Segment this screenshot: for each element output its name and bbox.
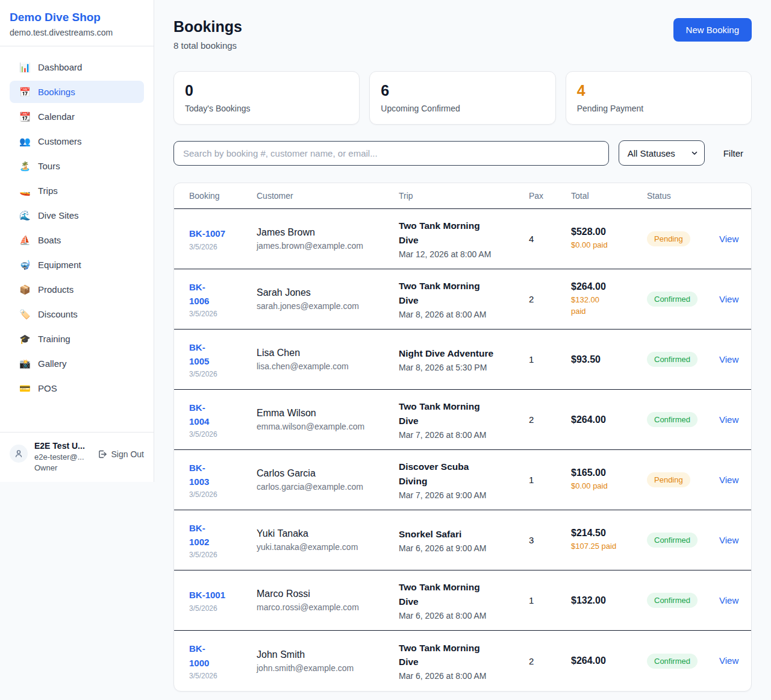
sidebar-item-tours[interactable]: 🏝️ Tours (10, 155, 144, 177)
view-link[interactable]: View (719, 475, 738, 485)
user-role: Owner (34, 463, 85, 472)
chevron-down-icon (691, 149, 698, 157)
tours-icon: 🏝️ (19, 161, 30, 170)
booking-id-link[interactable]: BK- 1004 (189, 401, 209, 429)
filter-button[interactable]: Filter (714, 148, 752, 158)
nav-label: Products (38, 284, 73, 295)
stat-value: 6 (381, 82, 544, 99)
view-link[interactable]: View (719, 595, 738, 605)
dive-sites-icon: 🌊 (19, 211, 30, 220)
booking-date: 3/5/2026 (189, 243, 257, 251)
trip-name: Two Tank Morning Dive (399, 219, 511, 247)
booking-id-link[interactable]: BK- 1000 (189, 642, 209, 670)
status-badge: Confirmed (647, 292, 698, 307)
trip-datetime: Mar 8, 2026 at 8:00 AM (399, 310, 511, 319)
sidebar-item-dashboard[interactable]: 📊 Dashboard (10, 56, 144, 78)
page-title: Bookings (173, 18, 242, 36)
customers-icon: 👥 (19, 137, 30, 146)
sign-out-button[interactable]: Sign Out (98, 449, 144, 459)
customer-email: carlos.garcia@example.com (257, 482, 399, 492)
brand-domain: demo.test.divestreams.com (10, 28, 144, 37)
equipment-icon: 🤿 (19, 260, 30, 269)
booking-date: 3/5/2026 (189, 370, 257, 378)
status-select-value: All Statuses (628, 148, 675, 158)
booking-date: 3/5/2026 (189, 310, 257, 318)
status-badge: Pending (647, 472, 690, 487)
view-link[interactable]: View (719, 354, 738, 364)
view-link[interactable]: View (719, 294, 738, 304)
person-icon (14, 449, 23, 458)
page-header-text: Bookings 8 total bookings (173, 18, 242, 51)
view-link[interactable]: View (719, 655, 738, 666)
trip-datetime: Mar 6, 2026 at 9:00 AM (399, 543, 511, 553)
status-badge: Confirmed (647, 412, 698, 427)
booking-date: 3/5/2026 (189, 604, 257, 613)
sidebar-item-discounts[interactable]: 🏷️ Discounts (10, 303, 144, 325)
status-badge: Confirmed (647, 533, 698, 548)
booking-date: 3/5/2026 (189, 490, 257, 499)
pax-count: 4 (529, 234, 571, 244)
view-link[interactable]: View (719, 414, 738, 425)
table-row: BK- 1004 3/5/2026 Emma Wilson emma.wilso… (174, 390, 751, 450)
sidebar-item-dive-sites[interactable]: 🌊 Dive Sites (10, 204, 144, 227)
nav-label: Equipment (38, 260, 81, 270)
sidebar-item-gallery[interactable]: 📸 Gallery (10, 352, 144, 375)
view-link[interactable]: View (719, 535, 738, 545)
avatar (10, 445, 28, 463)
sidebar-item-trips[interactable]: 🚤 Trips (10, 180, 144, 202)
paid-amount: $0.00 paid (571, 240, 647, 251)
booking-id-link[interactable]: BK- 1002 (189, 521, 209, 549)
column-header-total: Total (571, 191, 647, 201)
sidebar-item-pos[interactable]: 💳 POS (10, 377, 144, 399)
booking-id-link[interactable]: BK- 1006 (189, 280, 209, 308)
sidebar-item-calendar[interactable]: 📆 Calendar (10, 105, 144, 128)
paid-amount: $132.00 paid (571, 295, 647, 317)
status-badge: Confirmed (647, 352, 698, 367)
sidebar-item-equipment[interactable]: 🤿 Equipment (10, 254, 144, 276)
booking-id-link[interactable]: BK- 1005 (189, 340, 209, 369)
sidebar-item-bookings[interactable]: 📅 Bookings (10, 81, 144, 103)
trip-datetime: Mar 6, 2026 at 8:00 AM (399, 611, 511, 620)
nav-label: Tours (38, 161, 60, 171)
booking-date: 3/5/2026 (189, 672, 257, 680)
trip-datetime: Mar 12, 2026 at 8:00 AM (399, 249, 511, 259)
new-booking-button[interactable]: New Booking (673, 18, 752, 42)
table-row: BK- 1003 3/5/2026 Carlos Garcia carlos.g… (174, 450, 751, 510)
products-icon: 📦 (19, 285, 30, 294)
total-amount: $264.00 (571, 414, 647, 425)
total-amount: $264.00 (571, 281, 647, 292)
status-badge: Confirmed (647, 654, 698, 669)
status-select[interactable]: All Statuses (619, 140, 705, 166)
sidebar-item-customers[interactable]: 👥 Customers (10, 130, 144, 152)
sidebar-item-products[interactable]: 📦 Products (10, 278, 144, 301)
nav-label: Discounts (38, 309, 78, 319)
booking-id-link[interactable]: BK-1001 (189, 588, 225, 602)
trip-name: Two Tank Morning Dive (399, 641, 511, 669)
customer-email: yuki.tanaka@example.com (257, 542, 399, 552)
trip-datetime: Mar 6, 2026 at 8:00 AM (399, 671, 511, 681)
page-subtitle: 8 total bookings (173, 40, 242, 51)
customer-name: James Brown (257, 227, 399, 238)
sidebar-item-boats[interactable]: ⛵ Boats (10, 229, 144, 251)
customer-email: john.smith@example.com (257, 663, 399, 673)
calendar-icon: 📆 (19, 112, 30, 121)
total-amount: $165.00 (571, 467, 647, 478)
pax-count: 2 (529, 656, 571, 666)
pax-count: 3 (529, 535, 571, 545)
booking-date: 3/5/2026 (189, 430, 257, 439)
customer-name: Lisa Chen (257, 348, 399, 358)
customer-email: sarah.jones@example.com (257, 301, 399, 311)
pax-count: 1 (529, 475, 571, 485)
view-link[interactable]: View (719, 234, 738, 244)
column-header-trip: Trip (399, 191, 529, 201)
trip-datetime: Mar 7, 2026 at 8:00 AM (399, 430, 511, 440)
booking-id-link[interactable]: BK- 1003 (189, 461, 209, 489)
search-input[interactable] (173, 141, 609, 166)
sidebar: Demo Dive Shop demo.test.divestreams.com… (0, 0, 154, 482)
table-header-row: Booking Customer Trip Pax Total Status (174, 183, 751, 209)
sidebar-item-training[interactable]: 🎓 Training (10, 328, 144, 350)
booking-id-link[interactable]: BK-1007 (189, 227, 225, 240)
total-amount: $264.00 (571, 655, 647, 666)
nav-label: Dive Sites (38, 210, 79, 220)
paid-amount: $0.00 paid (571, 481, 647, 492)
